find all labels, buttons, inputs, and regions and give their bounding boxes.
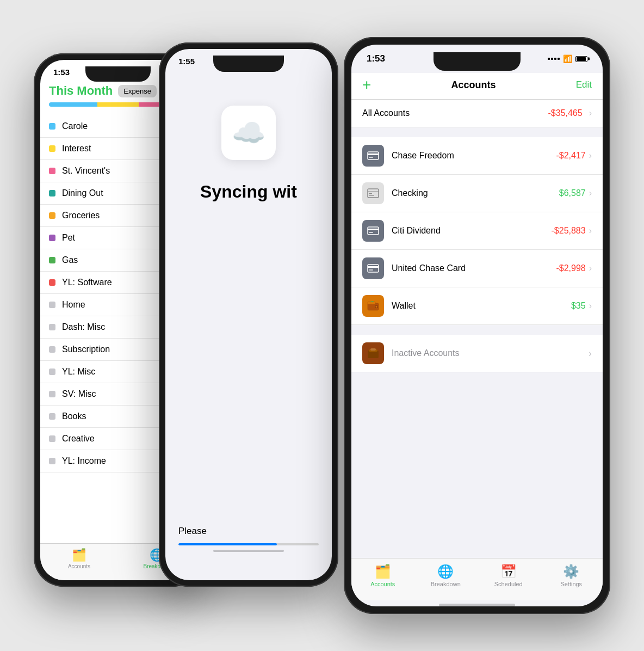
account-row-checking[interactable]: Checking $6,587 ›: [351, 175, 603, 212]
cat-name: St. Vincent's: [62, 166, 110, 176]
all-accounts-balance: -$35,465: [548, 108, 583, 118]
account-name-checking: Checking: [392, 188, 559, 198]
inactive-accounts-row[interactable]: Inactive Accounts ›: [351, 335, 603, 372]
account-balance-citi: -$25,883: [552, 226, 586, 236]
tab-bar-right: 🗂️ Accounts 🌐 Breakdown 📅 Scheduled ⚙️ S…: [351, 558, 603, 600]
expense-btn[interactable]: Expense: [118, 85, 157, 97]
account-row-chase-freedom[interactable]: Chase Freedom -$2,417 ›: [351, 137, 603, 175]
phone-right-screen: 1:53 📶: [351, 45, 603, 606]
cat-dot: [49, 212, 55, 219]
chevron-icon: ›: [589, 151, 592, 161]
accounts-title: Accounts: [451, 79, 496, 91]
cloud-icon: ☁️: [232, 117, 265, 149]
sync-title: Syncing wit: [187, 182, 310, 202]
cloud-icon-wrap: ☁️: [221, 106, 276, 160]
cat-dot: [49, 302, 55, 308]
tab-accounts-left[interactable]: 🗂️ Accounts: [40, 548, 118, 569]
this-month-label: This Month: [49, 84, 113, 98]
all-accounts-label: All Accounts: [362, 108, 548, 118]
mid-content: 1:55 ☁️ Syncing wit Please: [165, 49, 332, 580]
sync-body: ☁️ Syncing wit: [165, 73, 332, 526]
signal-d1: [548, 58, 550, 60]
chevron-icon: ›: [589, 348, 592, 359]
account-name-chase-freedom: Chase Freedom: [392, 151, 556, 161]
cat-name: Pet: [62, 233, 75, 243]
cat-name: Books: [62, 412, 86, 421]
all-accounts-amount: -$35,465 ›: [548, 108, 592, 118]
cat-dot: [49, 391, 55, 397]
add-button[interactable]: +: [362, 77, 371, 93]
svg-rect-10: [368, 265, 379, 272]
tab-label: Scheduled: [494, 581, 523, 587]
battery-fill: [577, 57, 586, 61]
accounts-list: All Accounts -$35,465 ›: [351, 100, 603, 558]
tab-scheduled-right[interactable]: 📅 Scheduled: [477, 564, 540, 587]
signal-d4: [558, 58, 560, 60]
wifi-icon: 📶: [563, 54, 572, 63]
svg-rect-2: [369, 157, 373, 158]
svg-rect-8: [368, 229, 379, 230]
account-row-citi[interactable]: Citi Dividend -$25,883 ›: [351, 212, 603, 250]
svg-rect-1: [368, 153, 379, 155]
tab-accounts-right[interactable]: 🗂️ Accounts: [351, 564, 414, 587]
svg-rect-12: [369, 269, 373, 271]
svg-point-16: [376, 306, 377, 308]
chevron-icon: ›: [589, 108, 592, 118]
tab-breakdown-right[interactable]: 🌐 Breakdown: [414, 564, 478, 587]
tab-label: Settings: [560, 581, 582, 587]
please-text: Please: [178, 526, 319, 537]
cat-name: Groceries: [62, 211, 100, 220]
scene: 1:53 This Month Expense Inc: [23, 26, 621, 625]
account-balance-chase-freedom: -$2,417: [556, 151, 585, 161]
cat-name: SV: Misc: [62, 389, 96, 399]
cat-dot: [49, 123, 55, 130]
svg-rect-0: [368, 152, 379, 159]
notch-right: [434, 52, 521, 71]
tab-settings-right[interactable]: ⚙️ Settings: [540, 564, 603, 587]
account-icon-wallet: [362, 295, 384, 317]
inactive-label: Inactive Accounts: [392, 348, 585, 358]
cat-dot: [49, 435, 55, 442]
account-balance-checking: $6,587: [559, 188, 586, 198]
all-accounts-row[interactable]: All Accounts -$35,465 ›: [351, 100, 603, 127]
home-indicator-mid: [213, 550, 284, 552]
signal-d2: [551, 58, 553, 60]
color-seg-1: [49, 102, 97, 107]
phone-mid-screen: 1:55 ☁️ Syncing wit Please: [165, 49, 332, 580]
cat-name: YL: Software: [62, 278, 112, 287]
phone-mid: 1:55 ☁️ Syncing wit Please: [159, 42, 338, 587]
svg-rect-7: [368, 227, 379, 235]
edit-button[interactable]: Edit: [576, 79, 592, 90]
notch-mid: [213, 56, 284, 72]
cat-dot: [49, 369, 55, 375]
cat-name: Gas: [62, 255, 78, 265]
inactive-icon: [362, 342, 384, 364]
signal-dots: [548, 58, 560, 60]
progress-bar-wrap: [178, 543, 319, 545]
tab-label: Breakdown: [431, 581, 461, 587]
svg-rect-19: [370, 348, 376, 351]
cat-dot: [49, 324, 55, 330]
account-icon-united: [362, 257, 384, 279]
settings-tab-icon: ⚙️: [563, 564, 579, 579]
account-icon-citi: [362, 220, 384, 242]
cat-dot: [49, 168, 55, 174]
cat-dot: [49, 235, 55, 241]
cat-name: YL: Misc: [62, 367, 95, 377]
section-header-inactive: [351, 325, 603, 335]
account-row-united[interactable]: United Chase Card -$2,998 ›: [351, 250, 603, 287]
time-mid: 1:55: [178, 57, 195, 66]
svg-rect-9: [369, 232, 373, 233]
chevron-icon: ›: [589, 263, 592, 273]
time-left: 1:53: [53, 67, 70, 77]
cat-name: Home: [62, 300, 85, 310]
cat-name: Subscription: [62, 345, 110, 354]
chevron-icon: ›: [589, 188, 592, 198]
svg-rect-5: [369, 193, 372, 194]
account-row-wallet[interactable]: Wallet $35 ›: [351, 287, 603, 325]
battery-icon: [575, 56, 587, 62]
color-seg-2: [97, 102, 139, 107]
sync-bottom: Please: [165, 526, 332, 580]
account-balance-united: -$2,998: [556, 263, 585, 273]
progress-bar-fill: [178, 543, 277, 545]
